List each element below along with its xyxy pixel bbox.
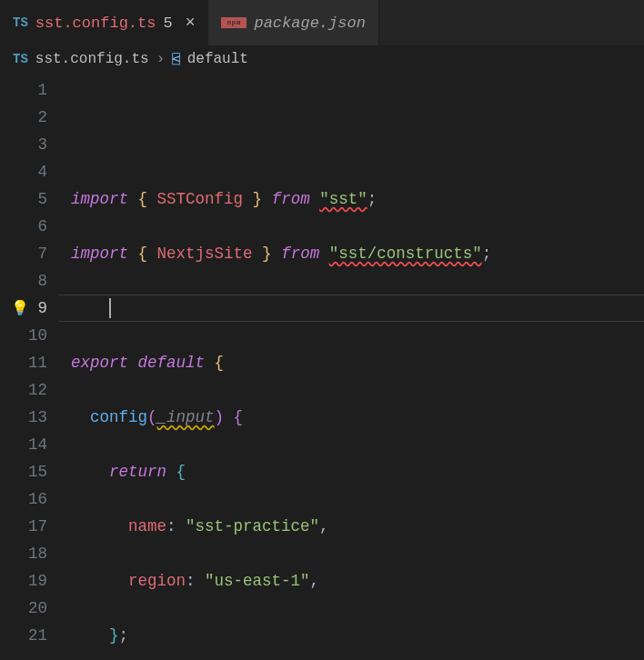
code-line: config(_input) { [71, 404, 644, 431]
tab-label: package.json [254, 15, 365, 32]
code-line [71, 295, 644, 322]
breadcrumb-file: sst.config.ts [35, 51, 149, 67]
line-number: 16 [0, 485, 47, 513]
line-number: 2 [0, 104, 47, 131]
line-number: 1 [0, 76, 47, 104]
breadcrumb-symbol: default [187, 51, 248, 67]
symbol-icon: ⍃ [172, 52, 179, 67]
code-line: region: "us-east-1", [71, 567, 644, 595]
tab-label: sst.config.ts [35, 15, 156, 32]
code-line: export default { [71, 349, 644, 376]
line-number: 15 [0, 458, 47, 485]
line-gutter: 1 2 3 4 5 6 7 8 9 10 11 12 13 14 15 16 1… [0, 76, 71, 660]
line-number: 7 [0, 240, 47, 267]
text-cursor [109, 298, 111, 318]
line-number: 4 [0, 158, 47, 185]
line-number: 13 [0, 404, 47, 431]
code-line: import { NextjsSite } from "sst/construc… [71, 240, 644, 267]
line-number: 11 [0, 349, 47, 376]
code-editor[interactable]: 1 2 3 4 5 6 7 8 9 10 11 12 13 14 15 16 1… [0, 76, 644, 660]
line-number: 6 [0, 213, 47, 240]
line-number: 12 [0, 376, 47, 404]
code-line: import { SSTConfig } from "sst"; [71, 185, 644, 213]
tab-bar: TS sst.config.ts 5 × npm package.json [0, 0, 644, 45]
breadcrumb[interactable]: TS sst.config.ts › ⍃ default [0, 45, 644, 76]
lightbulb-icon[interactable]: 💡 [11, 295, 29, 323]
line-number: 21 [0, 622, 47, 649]
tab-problem-count: 5 [163, 15, 172, 32]
code-content[interactable]: 💡 import { SSTConfig } from "sst"; impor… [71, 76, 644, 660]
close-icon[interactable]: × [186, 14, 196, 32]
line-number: 17 [0, 513, 47, 540]
code-line: return { [71, 458, 644, 485]
code-line: }; [71, 622, 644, 649]
typescript-icon: TS [13, 15, 28, 30]
typescript-icon: TS [13, 52, 28, 66]
line-number: 19 [0, 567, 47, 595]
line-number: 14 [0, 431, 47, 458]
chevron-right-icon: › [156, 51, 166, 67]
line-number: 5 [0, 185, 47, 213]
tab-sst-config[interactable]: TS sst.config.ts 5 × [0, 0, 208, 45]
line-number: 18 [0, 540, 47, 567]
code-line: name: "sst-practice", [71, 513, 644, 540]
npm-icon: npm [221, 17, 247, 28]
line-number: 8 [0, 267, 47, 295]
line-number: 10 [0, 322, 47, 349]
tab-package-json[interactable]: npm package.json [208, 0, 378, 45]
line-number: 20 [0, 595, 47, 622]
line-number: 3 [0, 131, 47, 158]
